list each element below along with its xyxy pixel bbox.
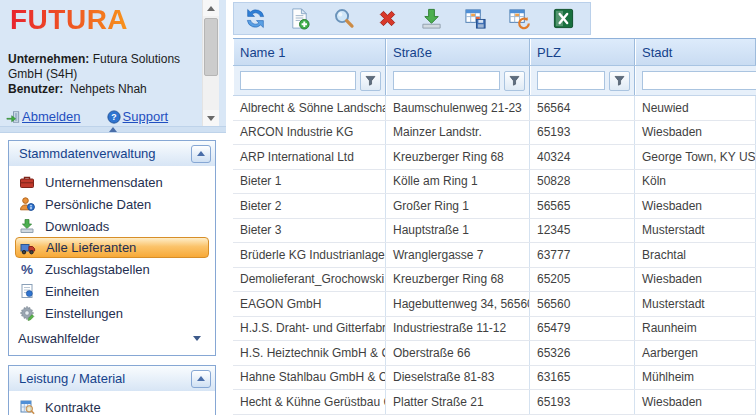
filter-input-name-1[interactable] [240, 71, 356, 90]
cell-strasse: Kreuzberger Ring 68 [386, 268, 530, 292]
reset-grid-layout-button[interactable] [507, 6, 532, 31]
table-row[interactable]: Demolieferant_GrochowskiKreuzberger Ring… [233, 268, 756, 293]
grid-filter-row [233, 66, 756, 96]
sidebar-item-personliche-daten[interactable]: Persönliche Daten [9, 193, 215, 215]
suppliers-grid: Name 1StraßePLZStadt Albrecht & Söhne La… [233, 38, 756, 415]
delete-icon [376, 7, 399, 30]
sidebar-panels: StammdatenverwaltungUnternehmensdatenPer… [0, 133, 226, 415]
table-row[interactable]: Bieter 2Großer Ring 156565Wiesbaden [233, 194, 756, 219]
cell-stadt: Neuwied [635, 96, 756, 120]
filter-button-strasse[interactable] [504, 71, 525, 91]
funnel-icon [508, 74, 521, 87]
scroll-up-icon[interactable] [203, 0, 219, 16]
table-row[interactable]: Albrecht & Söhne LandschaftiBaumschulenw… [233, 96, 756, 121]
sidebar-item-alle-lieferanten[interactable]: Alle Lieferanten [15, 237, 209, 258]
table-row[interactable]: H.J.S. Draht- und Gitterfabrik GIndustri… [233, 317, 756, 342]
save-grid-layout-button[interactable] [463, 6, 488, 31]
svg-text:%: % [20, 262, 32, 277]
column-header-name-1[interactable]: Name 1 [233, 39, 386, 65]
filter-button-plz[interactable] [609, 71, 630, 91]
cell-stadt: Mühlheim [635, 366, 756, 390]
sidebar-item-kontrakte[interactable]: Kontrakte [9, 396, 215, 415]
scroll-down-icon[interactable] [203, 110, 219, 126]
sidebar-item-label: Einstellungen [45, 306, 123, 321]
cell-stadt: Wiesbaden [635, 194, 756, 218]
sidebar-item-auswahlfelder[interactable]: Auswahlfelder [9, 327, 215, 349]
cell-plz: 50828 [530, 170, 635, 194]
app-window: FUTURA Unternehmen: Futura Solutions Gmb… [0, 0, 756, 415]
sidebar-item-downloads[interactable]: Downloads [9, 215, 215, 237]
cell-name-1: Demolieferant_Grochowski [233, 268, 386, 292]
table-row[interactable]: Bieter 3Hauptstraße 112345Musterstadt [233, 219, 756, 244]
cell-stadt: Wiesbaden [635, 390, 756, 414]
filter-input-plz[interactable] [537, 71, 605, 90]
table-row[interactable]: ARCON Industrie KGMainzer Landstr.65193W… [233, 121, 756, 146]
collapse-up-icon [197, 376, 205, 381]
panel-header-leistung-material[interactable]: Leistung / Material [9, 366, 215, 391]
excel-export-icon [552, 7, 575, 30]
cell-stadt: Raunheim [635, 317, 756, 341]
table-row[interactable]: Brüderle KG IndustrianlagenWranglergasse… [233, 243, 756, 268]
sidebar-item-unternehmensdaten[interactable]: Unternehmensdaten [9, 171, 215, 193]
sidebar-item-einstellungen[interactable]: Einstellungen [9, 302, 215, 324]
cell-strasse: Platter Straße 21 [386, 390, 530, 414]
filter-cell-strasse [386, 66, 530, 95]
suppliers-icon [19, 239, 36, 256]
cell-stadt: Aarbergen [635, 341, 756, 365]
refresh-button[interactable] [243, 6, 268, 31]
sidebar-item-zuschlagstabellen[interactable]: %Zuschlagstabellen [9, 258, 215, 280]
sidebar-item-label: Auswahlfelder [18, 331, 100, 346]
new-record-button[interactable] [287, 6, 312, 31]
table-row[interactable]: Hahne Stahlbau GmbH & Co. KDieselstraße … [233, 366, 756, 391]
import-button[interactable] [419, 6, 444, 31]
filter-button-name-1[interactable] [360, 71, 381, 91]
cell-name-1: H.J.S. Draht- und Gitterfabrik G [233, 317, 386, 341]
cell-strasse: Großer Ring 1 [386, 194, 530, 218]
column-header-stadt[interactable]: Stadt [635, 39, 756, 65]
filter-cell-name-1 [233, 66, 386, 95]
column-header-plz[interactable]: PLZ [530, 39, 635, 65]
table-row[interactable]: ARP International LtdKreuzberger Ring 68… [233, 145, 756, 170]
personal-data-icon [18, 196, 35, 213]
sidebar-item-label: Kontrakte [45, 400, 101, 415]
sidebar-item-einheiten[interactable]: Einheiten [9, 280, 215, 302]
surcharge-tables-icon: % [18, 261, 35, 278]
table-row[interactable]: EAGON GmbHHagebuttenweg 34, 56560, D5656… [233, 292, 756, 317]
sidebar-scrollbar[interactable] [202, 0, 219, 126]
funnel-icon [364, 74, 377, 87]
cell-name-1: Bieter 3 [233, 219, 386, 243]
filter-input-strasse[interactable] [393, 71, 500, 90]
cell-stadt: Wiesbaden [635, 121, 756, 145]
collapse-button[interactable] [191, 145, 211, 163]
cell-stadt: George Town, KY USA [635, 145, 756, 169]
import-icon [420, 7, 443, 30]
delete-button[interactable] [375, 6, 400, 31]
collapse-up-icon [197, 151, 205, 156]
support-icon: ? [107, 110, 121, 124]
company-label: Unternehmen: [8, 52, 89, 66]
panel-leistung-material: Leistung / MaterialKontrakte [8, 365, 216, 415]
cell-strasse: Wranglergasse 7 [386, 243, 530, 267]
excel-export-button[interactable] [551, 6, 576, 31]
table-row[interactable]: Bieter 1Kölle am Ring 150828Köln [233, 170, 756, 195]
refresh-icon [244, 7, 267, 30]
logout-link[interactable]: Abmelden [6, 109, 81, 124]
cell-plz: 56565 [530, 194, 635, 218]
search-button[interactable] [331, 6, 356, 31]
filter-input-stadt[interactable] [642, 71, 756, 90]
column-header-strasse[interactable]: Straße [386, 39, 530, 65]
table-row[interactable]: Hecht & Kühne Gerüstbau GmPlatter Straße… [233, 390, 756, 415]
chevron-down-icon [193, 336, 201, 341]
collapse-splitter[interactable] [0, 126, 226, 133]
panel-stammdatenverwaltung: StammdatenverwaltungUnternehmensdatenPer… [8, 140, 216, 356]
cell-plz: 12345 [530, 219, 635, 243]
support-link[interactable]: ?Support [107, 109, 169, 124]
collapse-button[interactable] [191, 370, 211, 388]
sidebar-item-label: Zuschlagstabellen [45, 262, 150, 277]
table-row[interactable]: H.S. Heiztechnik GmbH & Co. jeOberstraße… [233, 341, 756, 366]
panel-header-stammdatenverwaltung[interactable]: Stammdatenverwaltung [9, 141, 215, 166]
scrollbar-thumb[interactable] [204, 18, 218, 76]
cell-name-1: EAGON GmbH [233, 292, 386, 316]
futura-logo: FUTURA [10, 4, 128, 36]
cell-strasse: Hauptstraße 1 [386, 219, 530, 243]
